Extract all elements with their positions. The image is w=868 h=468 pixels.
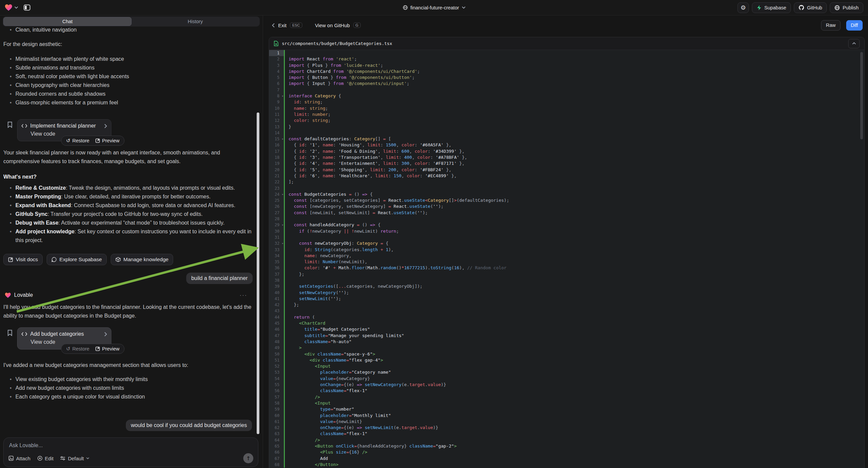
preview-button[interactable]: Preview bbox=[95, 138, 119, 143]
line-number: 21 bbox=[269, 173, 284, 179]
code-panel: Exit esc View on GitHub G Raw Diff src/c… bbox=[264, 16, 868, 468]
raw-toggle-button[interactable]: Raw bbox=[821, 20, 840, 31]
project-name: financial-future-creator bbox=[410, 5, 459, 10]
whats-next-list: Refine & Customize: Tweak the design, an… bbox=[3, 184, 254, 245]
diff-toggle-button[interactable]: Diff bbox=[846, 20, 863, 31]
code-toolbar: Exit esc View on GitHub G Raw Diff bbox=[264, 16, 868, 35]
fold-chevron-icon[interactable]: ▾ bbox=[282, 192, 283, 197]
list-item: Clean, intuitive navigation bbox=[3, 26, 252, 34]
code-line: 25 const [categories, setCategories] = R… bbox=[269, 197, 864, 203]
publish-button[interactable]: Publish bbox=[830, 2, 863, 13]
fold-chevron-icon[interactable]: ▾ bbox=[282, 93, 283, 99]
prompt-placeholder: Ask Lovable... bbox=[9, 442, 253, 448]
code-line: 58 <Input bbox=[269, 400, 864, 406]
list-item: Add new budget categories with custom li… bbox=[3, 384, 253, 392]
line-number: 63 bbox=[269, 431, 284, 437]
line-number: 58 bbox=[269, 400, 284, 406]
code-line: 32▾ const newCategoryObj: Category = { bbox=[269, 240, 864, 246]
send-button[interactable]: ↑ bbox=[243, 453, 253, 463]
lovable-logo-icon[interactable] bbox=[5, 4, 12, 11]
line-number: 46 bbox=[269, 326, 284, 332]
code-line: 10 name: string; bbox=[269, 106, 864, 112]
line-number: 49 bbox=[269, 345, 284, 351]
visit-docs-button[interactable]: Visit docs bbox=[3, 254, 42, 265]
code-line: 47 subtitle="Manage your spending limits… bbox=[269, 333, 864, 339]
code-line: 18 { id: '3', name: 'Transportation', li… bbox=[269, 154, 864, 160]
explore-supabase-button[interactable]: Explore Supabase bbox=[46, 254, 107, 265]
view-on-github-link[interactable]: View on GitHub bbox=[315, 23, 350, 28]
code-scrollbar[interactable] bbox=[860, 52, 863, 139]
line-number: 41 bbox=[269, 296, 284, 302]
collapse-file-button[interactable] bbox=[848, 39, 860, 48]
exit-button[interactable]: Exit bbox=[278, 23, 286, 28]
quick-actions-row: Visit docs Explore Supabase Manage knowl… bbox=[3, 254, 173, 265]
code-line: 2import React from 'react'; bbox=[269, 56, 864, 62]
gear-icon: ⚙ bbox=[741, 5, 746, 11]
bookmark-icon[interactable] bbox=[7, 330, 12, 336]
code-line: 14 bbox=[269, 130, 864, 136]
fold-chevron-icon[interactable]: ▾ bbox=[282, 222, 283, 228]
manage-knowledge-button[interactable]: Manage knowledge bbox=[111, 254, 173, 265]
sliders-icon bbox=[60, 456, 65, 461]
message-more-button[interactable]: ··· bbox=[240, 292, 247, 299]
code-line: 42 }; bbox=[269, 302, 864, 308]
edit-card-add-budget-categories[interactable]: Add budget categories View code ↺ Restor… bbox=[17, 327, 112, 350]
preview-button[interactable]: Preview bbox=[95, 346, 119, 351]
code-line: 5import { Button } from '@/components/ui… bbox=[269, 75, 864, 81]
code-line: 9 id: string; bbox=[269, 99, 864, 105]
code-editor[interactable]: 12import React from 'react';3import { Pl… bbox=[269, 50, 864, 468]
chat-panel: Chat History Clean, intuitive navigation… bbox=[0, 16, 263, 468]
line-number: 9 bbox=[269, 99, 284, 105]
restore-preview-pill: ↺ Restore Preview bbox=[61, 136, 124, 146]
sidebar-toggle-icon[interactable] bbox=[24, 4, 31, 11]
line-number: 20 bbox=[269, 167, 284, 173]
list-item: Minimalist interface with plenty of whit… bbox=[3, 55, 253, 63]
chat-scrollbar[interactable] bbox=[257, 113, 259, 434]
chevron-down-icon bbox=[86, 457, 89, 459]
code-line: 3import { Plus } from 'lucide-react'; bbox=[269, 62, 864, 68]
supabase-button[interactable]: Supabase bbox=[752, 2, 791, 13]
code-line: 63 className="flex-1" bbox=[269, 431, 864, 437]
line-number: 26 bbox=[269, 203, 284, 209]
tab-chat[interactable]: Chat bbox=[3, 17, 131, 26]
list-item: Debug with Ease: Activate our experiment… bbox=[3, 218, 254, 227]
code-line: 12 color: string; bbox=[269, 117, 864, 123]
restore-button[interactable]: ↺ Restore bbox=[66, 138, 89, 144]
prompt-input[interactable]: Ask Lovable... Attach Edit bbox=[3, 437, 258, 467]
logo-chevron-down-icon[interactable] bbox=[14, 6, 18, 9]
lovable-heart-icon bbox=[5, 292, 11, 298]
mode-selector[interactable]: Default bbox=[60, 456, 89, 461]
list-item: Each category gets a unique color for vi… bbox=[3, 392, 253, 401]
chevron-left-icon[interactable] bbox=[272, 23, 275, 28]
edit-button[interactable]: Edit bbox=[37, 456, 54, 461]
code-line: 11 limit: number; bbox=[269, 112, 864, 117]
tab-history[interactable]: History bbox=[131, 17, 259, 26]
attach-button[interactable]: Attach bbox=[8, 456, 31, 461]
restore-button[interactable]: ↺ Restore bbox=[66, 346, 89, 352]
line-number: 2 bbox=[269, 56, 284, 62]
project-switcher[interactable]: financial-future-creator bbox=[403, 5, 465, 10]
settings-button[interactable]: ⚙ bbox=[738, 2, 749, 13]
bookmark-icon[interactable] bbox=[7, 121, 12, 128]
code-line: 27 const [newLimit, setNewLimit] = React… bbox=[269, 210, 864, 216]
list-item: Subtle animations and transitions bbox=[3, 63, 253, 72]
line-number: 1 bbox=[269, 50, 284, 56]
code-line: 56 className="flex-1" bbox=[269, 388, 864, 394]
code-line: 15▾const defaultCategories: Category[] =… bbox=[269, 136, 864, 142]
code-line: 52 <Input bbox=[269, 363, 864, 369]
code-line: 36 color: '#' + Math.floor(Math.random()… bbox=[269, 265, 864, 271]
line-number: 8▾ bbox=[269, 93, 284, 99]
list-item: GitHub Sync: Transfer your project's cod… bbox=[3, 210, 254, 218]
line-number: 19 bbox=[269, 160, 284, 167]
target-icon bbox=[37, 456, 42, 461]
fold-chevron-icon[interactable]: ▾ bbox=[282, 136, 283, 142]
line-number: 42 bbox=[269, 302, 284, 308]
code-line: 54 value={newCategory} bbox=[269, 376, 864, 382]
file-header[interactable]: src/components/budget/BudgetCategories.t… bbox=[269, 37, 864, 50]
code-line: 49 > bbox=[269, 345, 864, 351]
line-number: 14 bbox=[269, 130, 284, 136]
code-line: 23 bbox=[269, 185, 864, 192]
fold-chevron-icon[interactable]: ▾ bbox=[282, 240, 283, 246]
edit-card-implement-financial-planner[interactable]: Implement financial planner View code ↺ … bbox=[17, 119, 112, 141]
github-button[interactable]: GitHub bbox=[794, 2, 827, 13]
